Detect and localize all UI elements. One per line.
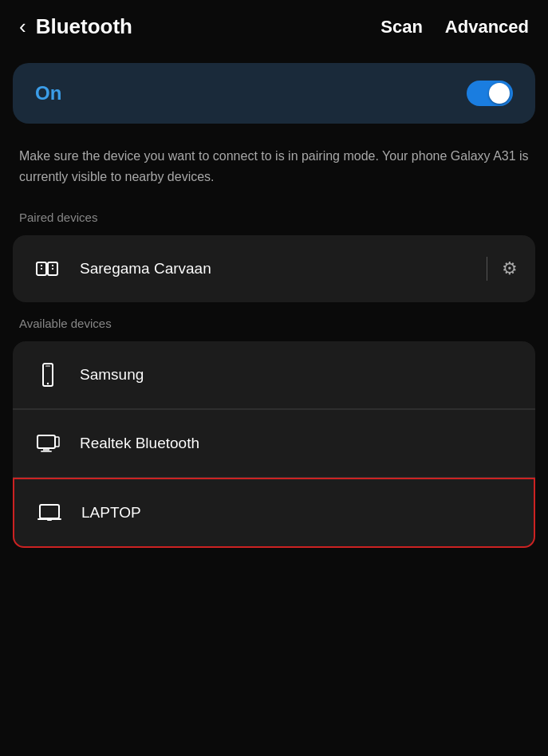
saregama-settings-icon[interactable]: ⚙: [502, 258, 518, 279]
bluetooth-status-label: On: [35, 82, 61, 104]
realtek-icon: [30, 426, 65, 461]
svg-rect-11: [41, 451, 52, 452]
svg-rect-12: [55, 437, 59, 447]
svg-rect-2: [41, 265, 42, 266]
svg-rect-8: [45, 366, 50, 367]
available-devices-container-top: Samsung Realtek Bluetooth: [13, 341, 535, 478]
divider: [487, 257, 487, 281]
bluetooth-toggle-switch[interactable]: [467, 81, 513, 106]
laptop-device-row[interactable]: LAPTOP: [13, 478, 535, 548]
samsung-device-row[interactable]: Samsung: [13, 341, 535, 409]
saregama-device-name: Saregama Carvaan: [80, 260, 487, 278]
realtek-device-row[interactable]: Realtek Bluetooth: [13, 409, 535, 478]
svg-rect-14: [47, 519, 52, 521]
samsung-icon: [30, 357, 65, 392]
available-devices-label: Available devices: [0, 302, 548, 338]
svg-point-7: [47, 383, 49, 384]
svg-rect-5: [52, 268, 53, 270]
bluetooth-toggle-row: On: [13, 63, 535, 124]
paired-devices-label: Paired devices: [0, 203, 548, 232]
svg-rect-3: [41, 268, 42, 270]
svg-rect-6: [43, 364, 53, 386]
paired-device-row[interactable]: Saregama Carvaan ⚙: [13, 235, 535, 302]
saregama-icon: [30, 251, 65, 286]
samsung-device-name: Samsung: [80, 366, 518, 384]
available-section-title: Available devices: [19, 317, 112, 330]
svg-rect-4: [52, 265, 53, 266]
back-button[interactable]: ‹: [19, 14, 26, 39]
laptop-icon: [32, 495, 67, 530]
realtek-device-name: Realtek Bluetooth: [80, 435, 518, 452]
paired-section-title: Paired devices: [19, 211, 97, 224]
header: ‹ Bluetooth Scan Advanced: [0, 0, 548, 53]
svg-rect-10: [43, 448, 49, 451]
advanced-button[interactable]: Advanced: [445, 17, 529, 37]
svg-rect-13: [40, 505, 59, 518]
page-title: Bluetooth: [36, 14, 381, 39]
bluetooth-description: Make sure the device you want to connect…: [0, 124, 548, 203]
scan-button[interactable]: Scan: [380, 17, 423, 37]
description-text: Make sure the device you want to connect…: [19, 149, 529, 183]
svg-rect-9: [37, 435, 55, 448]
laptop-device-name: LAPTOP: [81, 504, 516, 522]
